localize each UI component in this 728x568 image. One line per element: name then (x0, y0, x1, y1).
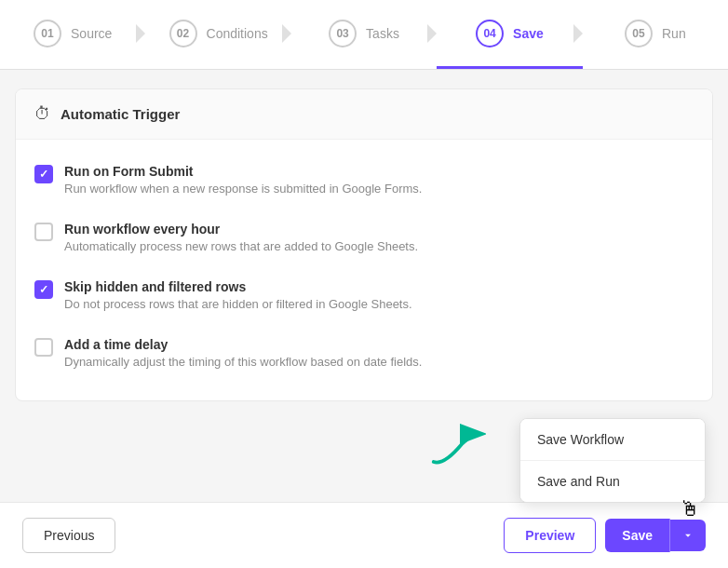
step-label-05: Run (662, 26, 686, 41)
checkbox-wrapper-skip-hidden-rows[interactable] (34, 280, 53, 299)
trigger-title: Automatic Trigger (61, 106, 180, 122)
step-label-03: Tasks (366, 26, 399, 41)
dropdown-item-save-workflow[interactable]: Save Workflow (520, 419, 705, 460)
step-circle-01: 01 (34, 20, 61, 47)
step-02[interactable]: 02 Conditions (145, 0, 290, 69)
option-text-run-every-hour: Run workflow every hour Automatically pr… (64, 222, 418, 253)
options-list: Run on Form Submit Run workflow when a n… (16, 140, 712, 400)
step-03[interactable]: 03 Tasks (291, 0, 437, 69)
footer-right: Preview Save (504, 518, 706, 553)
clock-icon: ⏱ (34, 104, 51, 124)
option-run-on-form-submit: Run on Form Submit Run workflow when a n… (34, 151, 694, 209)
trigger-section: ⏱ Automatic Trigger Run on Form Submit R… (15, 88, 713, 401)
option-label-add-time-delay: Add a time delay (64, 337, 422, 352)
save-main-button[interactable]: Save (605, 519, 670, 552)
option-label-run-every-hour: Run workflow every hour (64, 222, 418, 237)
step-04[interactable]: 04 Save (437, 0, 582, 69)
save-button-group: Save (605, 519, 706, 552)
step-label-01: Source (71, 26, 112, 41)
main-content: ⏱ Automatic Trigger Run on Form Submit R… (0, 70, 728, 420)
option-label-skip-hidden-rows: Skip hidden and filtered rows (64, 279, 412, 294)
option-desc-run-on-form-submit: Run workflow when a new response is subm… (64, 182, 422, 196)
checkbox-wrapper-run-on-form-submit[interactable] (34, 165, 53, 183)
step-05[interactable]: 05 Run (583, 0, 728, 69)
step-01[interactable]: 01 Source (0, 0, 145, 69)
step-label-02: Conditions (207, 26, 268, 41)
step-circle-04: 04 (476, 20, 504, 47)
option-text-skip-hidden-rows: Skip hidden and filtered rows Do not pro… (64, 279, 412, 311)
step-circle-02: 02 (169, 20, 197, 47)
option-add-time-delay: Add a time delay Dynamically adjust the … (34, 324, 694, 382)
step-label-04: Save (513, 26, 544, 41)
option-skip-hidden-rows: Skip hidden and filtered rows Do not pro… (34, 266, 694, 324)
footer: Previous Preview Save (0, 502, 728, 568)
cursor-hand: 🖱 (680, 497, 700, 521)
option-text-add-time-delay: Add a time delay Dynamically adjust the … (64, 337, 422, 369)
option-run-every-hour: Run workflow every hour Automatically pr… (34, 209, 694, 266)
chevron-down-icon (681, 529, 694, 542)
preview-button[interactable]: Preview (504, 518, 596, 553)
step-circle-05: 05 (625, 20, 653, 47)
option-desc-run-every-hour: Automatically process new rows that are … (64, 239, 418, 253)
save-dropdown-button[interactable] (670, 520, 706, 551)
trigger-header: ⏱ Automatic Trigger (16, 89, 712, 140)
step-circle-03: 03 (329, 20, 357, 47)
option-desc-add-time-delay: Dynamically adjust the timing of this wo… (64, 355, 422, 369)
arrow-indicator (430, 420, 486, 484)
dropdown-item-save-and-run[interactable]: Save and Run (520, 460, 705, 502)
previous-button[interactable]: Previous (22, 518, 115, 553)
option-label-run-on-form-submit: Run on Form Submit (64, 164, 422, 179)
option-desc-skip-hidden-rows: Do not process rows that are hidden or f… (64, 297, 412, 311)
stepper: 01 Source 02 Conditions 03 Tasks 04 Save… (0, 0, 728, 70)
checkbox-wrapper-run-every-hour[interactable] (34, 223, 53, 241)
arrow-svg (430, 420, 486, 476)
save-dropdown-menu: Save WorkflowSave and Run (519, 418, 706, 503)
checkbox-wrapper-add-time-delay[interactable] (34, 338, 53, 357)
option-text-run-on-form-submit: Run on Form Submit Run workflow when a n… (64, 164, 422, 196)
